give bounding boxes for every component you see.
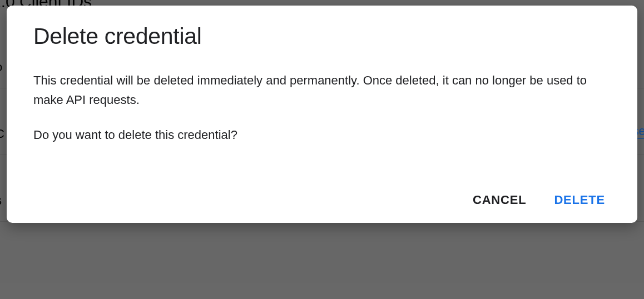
cancel-button[interactable]: CANCEL <box>473 193 526 207</box>
dialog-description: This credential will be deleted immediat… <box>33 71 611 109</box>
delete-button[interactable]: DELETE <box>554 193 605 207</box>
dialog-question: Do you want to delete this credential? <box>33 125 611 144</box>
delete-credential-dialog: Delete credential This credential will b… <box>7 6 637 223</box>
dialog-actions: CANCEL DELETE <box>33 193 611 207</box>
dialog-title: Delete credential <box>33 23 611 49</box>
dialog-body: This credential will be deleted immediat… <box>33 71 611 145</box>
